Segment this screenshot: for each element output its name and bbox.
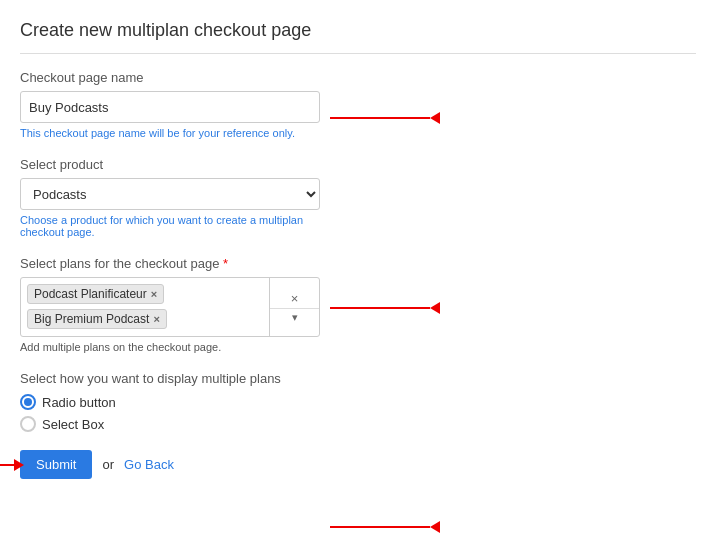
- radio-option-select-box[interactable]: Select Box: [20, 416, 696, 432]
- plan-tag-2: Big Premium Podcast ×: [27, 309, 167, 329]
- form-actions: Submit or Go Back: [20, 450, 696, 479]
- plans-actions: × ▾: [269, 278, 319, 336]
- display-label: Select how you want to display multiple …: [20, 371, 696, 386]
- radio-circle-radio[interactable]: [20, 394, 36, 410]
- plan-tag-1: Podcast Planificateur ×: [27, 284, 164, 304]
- radio-label-select: Select Box: [42, 417, 104, 432]
- plans-required-marker: *: [223, 256, 228, 271]
- plans-multiselect[interactable]: Podcast Planificateur × Big Premium Podc…: [20, 277, 320, 337]
- plan-tag-2-label: Big Premium Podcast: [34, 312, 149, 326]
- plans-clear-button[interactable]: ×: [270, 289, 319, 309]
- product-label: Select product: [20, 157, 696, 172]
- radio-circle-select[interactable]: [20, 416, 36, 432]
- page-title: Create new multiplan checkout page: [20, 20, 696, 54]
- checkout-name-label: Checkout page name: [20, 70, 696, 85]
- go-back-link[interactable]: Go Back: [124, 457, 174, 472]
- product-hint: Choose a product for which you want to c…: [20, 214, 320, 238]
- plans-dropdown-button[interactable]: ▾: [270, 309, 319, 326]
- submit-button[interactable]: Submit: [20, 450, 92, 479]
- plan-tag-1-close[interactable]: ×: [151, 288, 157, 300]
- plans-hint: Add multiple plans on the checkout page.: [20, 341, 696, 353]
- or-text: or: [102, 457, 114, 472]
- arrow-plans: [330, 521, 440, 533]
- plan-tag-2-close[interactable]: ×: [153, 313, 159, 325]
- product-select[interactable]: Podcasts: [20, 178, 320, 210]
- radio-label-radio: Radio button: [42, 395, 116, 410]
- plans-label: Select plans for the checkout page *: [20, 256, 696, 271]
- radio-option-radio-button[interactable]: Radio button: [20, 394, 696, 410]
- checkout-name-input[interactable]: [20, 91, 320, 123]
- display-section: Select how you want to display multiple …: [20, 371, 696, 432]
- arrow-submit: [0, 459, 24, 471]
- checkout-name-hint: This checkout page name will be for your…: [20, 127, 320, 139]
- arrow-name: [330, 112, 440, 124]
- plan-tag-1-label: Podcast Planificateur: [34, 287, 147, 301]
